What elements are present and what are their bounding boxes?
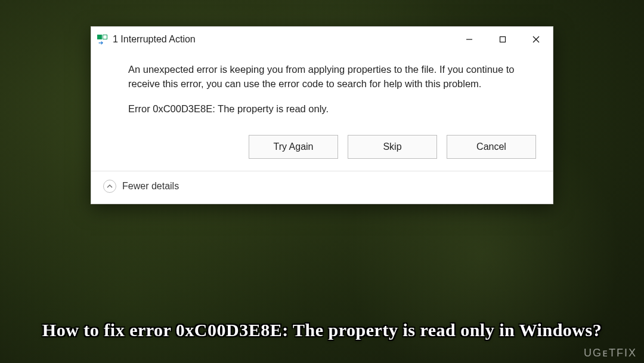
cancel-button[interactable]: Cancel [447,135,536,159]
titlebar: ➔ 1 Interrupted Action [91,27,553,52]
dialog-content: An unexpected error is keeping you from … [91,52,553,135]
article-caption: How to fix error 0xC00D3E8E: The propert… [0,320,644,340]
error-code-line: Error 0xC00D3E8E: The property is read o… [128,103,534,115]
window-controls [453,27,553,52]
dialog-icon: ➔ [97,35,109,44]
svg-rect-1 [500,37,506,42]
maximize-button[interactable] [486,27,519,52]
chevron-up-icon [103,180,116,193]
try-again-button[interactable]: Try Again [249,135,338,159]
close-button[interactable] [519,27,553,52]
minimize-button[interactable] [453,27,486,52]
details-toggle-row[interactable]: Fewer details [91,171,553,204]
error-message: An unexpected error is keeping you from … [128,63,534,91]
skip-button[interactable]: Skip [348,135,437,159]
details-toggle-label: Fewer details [122,181,179,192]
dialog-title: 1 Interrupted Action [113,34,453,45]
dialog-button-row: Try Again Skip Cancel [91,135,553,171]
watermark: UGᴇTFIX [584,346,637,359]
interrupted-action-dialog: ➔ 1 Interrupted Action An unexpected err… [91,26,553,204]
